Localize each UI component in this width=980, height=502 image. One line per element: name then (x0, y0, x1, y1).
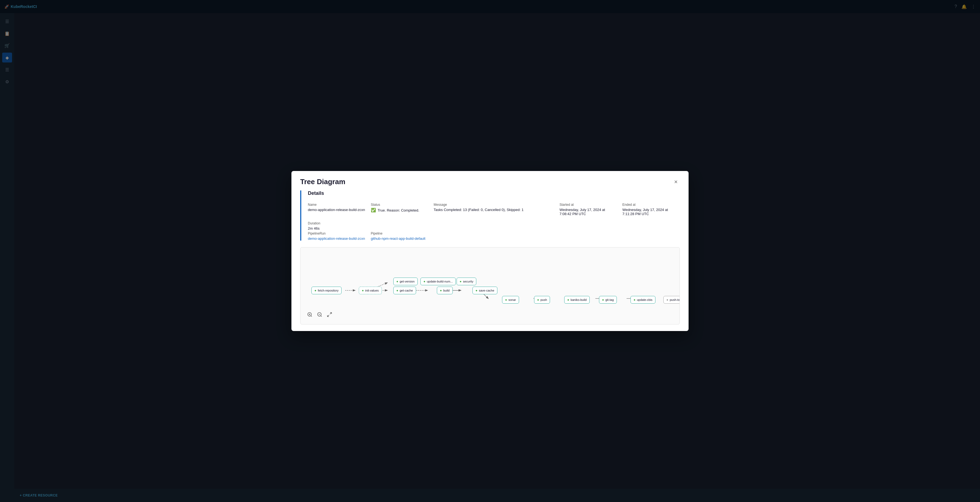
node-security-label: security (463, 280, 473, 283)
node-fetch-repository-label: fetch-repository (318, 289, 339, 292)
node-push-label: push (540, 298, 547, 301)
node-save-cache-icon: ● (476, 288, 477, 292)
svg-line-18 (321, 316, 322, 317)
node-sonar-icon: ● (505, 298, 507, 302)
detail-duration-label: Duration (308, 222, 365, 225)
node-update-build-num[interactable]: ● update-build-num... (420, 277, 456, 285)
diagram-arrows (306, 258, 674, 313)
node-save-cache[interactable]: ● save-cache (473, 287, 497, 294)
node-kaniko-build-label: kaniko-build (571, 298, 587, 301)
node-fetch-repository[interactable]: ● fetch-repository (312, 287, 342, 294)
detail-pipelinerun-label: PipelineRun (308, 231, 365, 235)
node-push[interactable]: ● push (534, 296, 550, 304)
node-security[interactable]: ● security (457, 277, 476, 285)
node-update-build-num-icon: ● (423, 279, 425, 283)
detail-message-value: Tasks Completed: 13 (Failed: 0, Cancelle… (434, 208, 554, 212)
node-init-values-label: init-values (365, 289, 379, 292)
node-build-label: build (443, 289, 449, 292)
node-update-cbis-label: update-cbis (637, 298, 652, 301)
detail-started: Started at Wednesday, July 17, 2024 at 7… (560, 203, 617, 216)
node-fetch-repository-icon: ● (315, 288, 317, 292)
node-get-version[interactable]: ● get-version (393, 277, 418, 285)
detail-pipeline-value[interactable]: github-npm-react-app-build-default (371, 236, 428, 241)
detail-started-label: Started at (560, 203, 617, 207)
node-git-tag-icon: ● (602, 298, 604, 302)
svg-line-20 (330, 312, 332, 314)
zoom-controls (306, 311, 333, 320)
zoom-out-button[interactable] (316, 311, 323, 320)
node-save-cache-label: save-cache (479, 289, 494, 292)
modal-overlay: Tree Diagram × Details Name demo-applica… (0, 0, 980, 502)
detail-status: Status ✅ True. Reason: Completed. (371, 203, 428, 216)
node-push-to-jira-label: push-to-jira (670, 298, 680, 301)
modal-header: Tree Diagram × (291, 171, 689, 190)
node-security-icon: ● (460, 279, 461, 283)
node-git-tag-label: git-tag (605, 298, 614, 301)
node-update-build-num-label: update-build-num... (427, 280, 453, 283)
detail-ended-value: Wednesday, July 17, 2024 at 7:11:28 PM U… (622, 208, 680, 216)
details-grid-row1: Name demo-application-release-build-zcxn… (308, 203, 680, 231)
detail-status-value: ✅ True. Reason: Completed. (371, 208, 428, 213)
detail-ended-label: Ended at (622, 203, 680, 207)
status-text: True. Reason: Completed. (378, 208, 419, 212)
node-push-to-jira[interactable]: ● push-to-jira (663, 296, 680, 304)
detail-pipelinerun-value[interactable]: demo-application-release-build-zcxn (308, 236, 365, 241)
detail-pipelinerun: PipelineRun demo-application-release-bui… (308, 231, 365, 241)
detail-ended: Ended at Wednesday, July 17, 2024 at 7:1… (622, 203, 680, 216)
node-init-values-icon: ● (362, 288, 364, 292)
details-section: Details Name demo-application-release-bu… (300, 190, 680, 241)
diagram-canvas: ● fetch-repository ● init-values ● get-v… (306, 258, 674, 313)
node-get-version-label: get-version (399, 280, 414, 283)
node-kaniko-build-icon: ● (567, 298, 569, 302)
detail-started-value: Wednesday, July 17, 2024 at 7:08:42 PM U… (560, 208, 617, 216)
expand-button[interactable] (326, 311, 333, 320)
detail-name-value: demo-application-release-build-zcxn (308, 208, 365, 212)
detail-status-label: Status (371, 203, 428, 207)
modal-close-button[interactable]: × (672, 178, 680, 186)
modal-body: Details Name demo-application-release-bu… (291, 190, 689, 331)
detail-pipeline-label: Pipeline (371, 231, 428, 235)
node-init-values[interactable]: ● init-values (359, 287, 382, 294)
svg-line-14 (311, 316, 312, 317)
node-get-cache-icon: ● (396, 288, 398, 292)
node-build[interactable]: ● build (437, 287, 453, 294)
details-title: Details (308, 190, 680, 196)
node-get-cache-label: get-cache (399, 289, 413, 292)
node-get-cache[interactable]: ● get-cache (393, 287, 416, 294)
svg-line-21 (328, 315, 329, 317)
diagram-container: ● fetch-repository ● init-values ● get-v… (300, 247, 680, 324)
node-update-cbis[interactable]: ● update-cbis (630, 296, 655, 304)
node-push-to-jira-icon: ● (667, 298, 668, 302)
detail-name: Name demo-application-release-build-zcxn (308, 203, 365, 216)
modal-title: Tree Diagram (300, 178, 345, 186)
node-push-icon: ● (537, 298, 539, 302)
detail-duration-value: 2m 46s (308, 226, 365, 231)
node-kaniko-build[interactable]: ● kaniko-build (564, 296, 590, 304)
node-build-icon: ● (440, 288, 442, 292)
detail-duration: Duration 2m 46s (308, 222, 365, 231)
node-sonar-label: sonar (508, 298, 516, 301)
node-update-cbis-icon: ● (633, 298, 635, 302)
detail-message: Message Tasks Completed: 13 (Failed: 0, … (434, 203, 554, 216)
tree-diagram-modal: Tree Diagram × Details Name demo-applica… (291, 171, 689, 331)
details-grid-row2: PipelineRun demo-application-release-bui… (308, 231, 680, 241)
node-sonar[interactable]: ● sonar (502, 296, 519, 304)
node-get-version-icon: ● (396, 279, 398, 283)
detail-pipeline: Pipeline github-npm-react-app-build-defa… (371, 231, 428, 241)
zoom-in-button[interactable] (306, 311, 313, 320)
status-success-icon: ✅ (371, 208, 376, 213)
node-git-tag[interactable]: ● git-tag (599, 296, 617, 304)
detail-name-label: Name (308, 203, 365, 207)
detail-message-label: Message (434, 203, 554, 207)
